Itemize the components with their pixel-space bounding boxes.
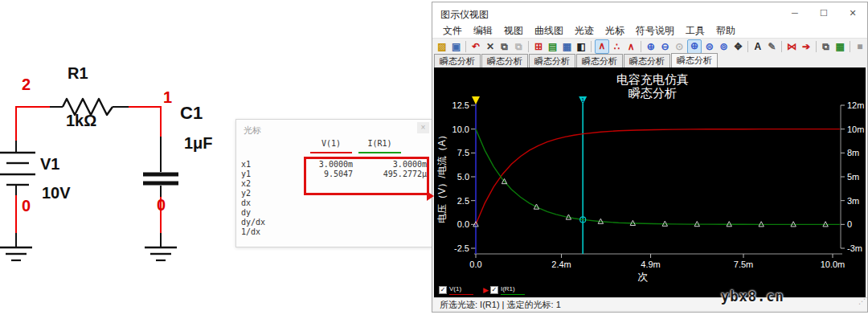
x-tick-label: 0.0 [469, 260, 481, 269]
capacitor-symbol[interactable] [143, 174, 178, 183]
zoom-x-icon[interactable]: ⊜ [703, 40, 716, 53]
y-tick-label-right: -3m [847, 243, 862, 253]
open-icon[interactable]: ▨ [436, 40, 448, 53]
highlight-annotation-box [304, 157, 429, 195]
export-icon[interactable]: ➔ [800, 40, 813, 53]
net-label-0-left: 0 [22, 198, 31, 214]
toolbar-separator [850, 41, 850, 52]
y-tick-label-left: 5.0 [457, 172, 469, 182]
zoom-out-icon[interactable]: ⊖ [659, 40, 672, 53]
y-tick-label-right: 8m [847, 148, 859, 157]
invert-colors-icon[interactable]: ◧ [575, 40, 588, 53]
toolbar-separator [591, 41, 592, 52]
source-value-label: 10V [42, 185, 71, 201]
x-tick-label: 4.9m [641, 260, 660, 269]
toolbar-separator [816, 41, 817, 52]
zoom-area-icon[interactable]: ⊕ [687, 39, 702, 54]
net-label-2: 2 [22, 76, 31, 92]
source-ref-label: V1 [40, 156, 59, 172]
ground-left-symbol[interactable] [0, 247, 32, 260]
cursor-col-ir1: I(R1) [358, 139, 401, 148]
trace-label[interactable]: V(1) [449, 286, 461, 292]
y-tick-label-right: 3m [847, 196, 859, 206]
y-axis-label: 电压（V）/电流（A） [436, 130, 448, 223]
zoom-window-icon[interactable]: ⊙ [673, 40, 686, 53]
cursor-row-dy/dx: dy/dx [241, 218, 427, 227]
cursor-cell [353, 208, 427, 218]
copy-icon[interactable]: ⧉ [498, 40, 511, 53]
cursor-1-number: 1 [581, 97, 584, 103]
trace-checkbox[interactable]: ✓ [439, 286, 447, 294]
ground-right-symbol[interactable] [145, 247, 177, 260]
zoom-in-icon[interactable]: ⊕ [645, 40, 657, 53]
cursor-cell [275, 227, 353, 237]
circuit-schematic [0, 64, 233, 273]
cursor-row-1/dx: 1/dx [241, 227, 427, 237]
overlay-traces-icon[interactable]: ⋈ [785, 40, 798, 53]
cursor-cell: x1 [241, 160, 275, 170]
trace-label[interactable]: I(R1) [501, 286, 515, 292]
menu-item-6[interactable]: 符号说明 [630, 24, 680, 38]
y-tick-label-left: 12.5 [452, 100, 469, 110]
edit-label-icon[interactable]: ✎ [766, 40, 779, 53]
menu-item-8[interactable]: 帮助 [710, 24, 741, 38]
legend-icon[interactable]: ▤ [547, 40, 559, 53]
maximize-icon[interactable]: ☐ [809, 2, 838, 23]
x-axis-label: 次 [638, 271, 649, 283]
stop-icon[interactable]: ■ [854, 40, 866, 53]
cursor-2-handle[interactable] [472, 96, 480, 104]
menu-item-1[interactable]: 编辑 [468, 24, 498, 38]
trace-values-icon[interactable]: ∴ [611, 40, 624, 53]
cut-icon[interactable]: ✕ [484, 40, 497, 53]
trace-peak-icon[interactable]: ∧ [624, 40, 637, 53]
zoom-y-icon[interactable]: ⊚ [718, 40, 731, 53]
chart-title: 电容充电仿真 [616, 72, 689, 86]
graph-properties-icon[interactable]: ▦ [561, 40, 574, 53]
selected-trace-arrow: ▶ [483, 286, 489, 294]
minimize-icon[interactable]: ─ [780, 2, 809, 23]
title-bar[interactable]: 图示仪视图 ─ ☐ ✕ [432, 2, 867, 23]
cursor-cell [275, 198, 353, 208]
export-excel-icon[interactable]: ▦ [833, 40, 846, 53]
toolbar-separator [641, 41, 641, 52]
battery-symbol[interactable] [0, 153, 35, 185]
legend-item-V(1): ✓V(1) [439, 286, 473, 295]
menu-item-7[interactable]: 工具 [680, 24, 710, 38]
save-icon[interactable]: ▣ [450, 40, 463, 53]
grid-icon[interactable]: ⊞ [532, 40, 545, 53]
resistor-value-label: 1kΩ [66, 112, 96, 129]
menu-item-0[interactable]: 文件 [437, 24, 468, 38]
close-icon[interactable]: × [417, 122, 429, 133]
v1-underline [310, 152, 352, 153]
menu-item-5[interactable]: 光标 [600, 24, 630, 38]
paste-icon[interactable]: ⧉ [513, 40, 526, 53]
trace-I(R1)[interactable] [476, 129, 840, 225]
cursor-panel-title: 光标 [244, 125, 261, 137]
chart-subtitle: 瞬态分析 [628, 86, 677, 100]
legend-item-I(R1): ✓I(R1) [490, 286, 525, 295]
close-icon[interactable]: ✕ [838, 2, 867, 23]
y-tick-label-right: 10m [847, 125, 864, 134]
pan-icon[interactable]: ✥ [731, 40, 744, 53]
trace-V(1)[interactable] [476, 129, 840, 225]
y-tick-label-right: 5m [847, 172, 859, 182]
menu-item-2[interactable]: 视图 [498, 24, 529, 38]
y-tick-label-left: 2.5 [457, 196, 469, 206]
cursor-row-dx: dx [241, 198, 427, 208]
resize-grip[interactable]: ⋰ [858, 295, 866, 308]
copy-graph-icon[interactable]: ⧉ [820, 40, 833, 53]
capacitor-value-label: 1μF [184, 135, 213, 151]
text-annotation-icon[interactable]: A [751, 40, 764, 53]
y-tick-label-right: 0 [847, 219, 852, 229]
trace-checkbox[interactable]: ✓ [490, 286, 498, 294]
trace-color-line [449, 294, 473, 295]
toolbar-separator [747, 41, 748, 52]
y-tick-label-left: 7.5 [457, 148, 469, 157]
menu-item-3[interactable]: 曲线图 [529, 24, 569, 38]
show-cursors-icon[interactable]: ∧ [595, 39, 609, 54]
ir1-underline [358, 152, 401, 153]
undo-icon[interactable]: ↶ [469, 40, 482, 53]
toolbar-separator [781, 41, 782, 52]
resistor-ref-label: R1 [68, 65, 88, 81]
menu-item-4[interactable]: 光迹 [569, 24, 600, 38]
